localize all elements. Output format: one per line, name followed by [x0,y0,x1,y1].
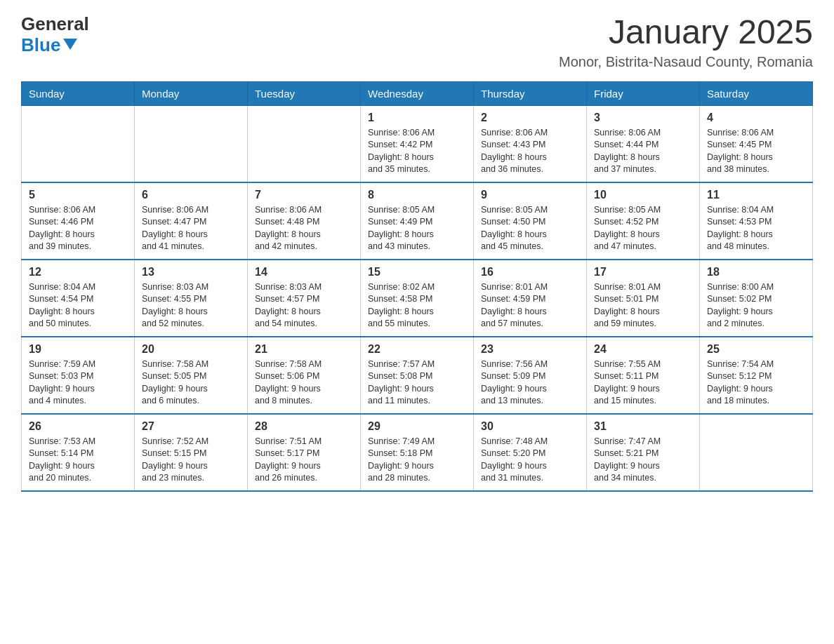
day-info: Sunrise: 7:57 AMSunset: 5:08 PMDaylight:… [368,358,466,408]
day-number: 16 [481,266,579,279]
day-info: Sunrise: 8:06 AMSunset: 4:42 PMDaylight:… [368,127,466,176]
day-header-wednesday: Wednesday [361,81,474,105]
day-info: Sunrise: 7:47 AMSunset: 5:21 PMDaylight:… [594,436,692,485]
day-number: 6 [142,189,240,201]
day-info: Sunrise: 8:05 AMSunset: 4:52 PMDaylight:… [594,204,692,253]
calendar-table: SundayMondayTuesdayWednesdayThursdayFrid… [21,81,813,492]
day-info: Sunrise: 8:06 AMSunset: 4:46 PMDaylight:… [29,204,127,253]
day-header-monday: Monday [135,81,248,105]
calendar-day-cell: 1Sunrise: 8:06 AMSunset: 4:42 PMDaylight… [361,105,474,182]
day-number: 27 [142,420,240,433]
calendar-day-cell [248,105,361,182]
day-info: Sunrise: 7:56 AMSunset: 5:09 PMDaylight:… [481,358,579,408]
calendar-day-cell: 15Sunrise: 8:02 AMSunset: 4:58 PMDayligh… [361,260,474,337]
calendar-week-row: 26Sunrise: 7:53 AMSunset: 5:14 PMDayligh… [22,414,813,491]
day-number: 11 [707,189,805,201]
day-number: 10 [594,189,692,201]
calendar-day-cell: 28Sunrise: 7:51 AMSunset: 5:17 PMDayligh… [248,414,361,491]
calendar-day-cell: 3Sunrise: 8:06 AMSunset: 4:44 PMDaylight… [587,105,700,182]
calendar-day-cell: 26Sunrise: 7:53 AMSunset: 5:14 PMDayligh… [22,414,135,491]
day-number: 26 [29,420,127,433]
title-area: January 2025 Monor, Bistrita-Nasaud Coun… [559,14,813,70]
day-number: 20 [142,343,240,356]
day-number: 13 [142,266,240,279]
day-info: Sunrise: 8:06 AMSunset: 4:45 PMDaylight:… [707,127,805,176]
calendar-day-cell: 17Sunrise: 8:01 AMSunset: 5:01 PMDayligh… [587,260,700,337]
calendar-day-cell: 30Sunrise: 7:48 AMSunset: 5:20 PMDayligh… [474,414,587,491]
calendar-day-cell: 8Sunrise: 8:05 AMSunset: 4:49 PMDaylight… [361,182,474,260]
day-info: Sunrise: 8:06 AMSunset: 4:48 PMDaylight:… [255,204,353,253]
day-number: 15 [368,266,466,279]
calendar-day-cell: 7Sunrise: 8:06 AMSunset: 4:48 PMDaylight… [248,182,361,260]
logo: General Blue [21,14,89,56]
calendar-day-cell: 11Sunrise: 8:04 AMSunset: 4:53 PMDayligh… [700,182,813,260]
day-info: Sunrise: 8:01 AMSunset: 4:59 PMDaylight:… [481,281,579,330]
day-header-thursday: Thursday [474,81,587,105]
calendar-day-cell: 5Sunrise: 8:06 AMSunset: 4:46 PMDaylight… [22,182,135,260]
day-info: Sunrise: 7:52 AMSunset: 5:15 PMDaylight:… [142,436,240,485]
logo-general-text: General [21,14,89,34]
day-info: Sunrise: 7:55 AMSunset: 5:11 PMDaylight:… [594,358,692,408]
month-title: January 2025 [559,14,813,51]
day-info: Sunrise: 8:03 AMSunset: 4:57 PMDaylight:… [255,281,353,330]
calendar-header-row: SundayMondayTuesdayWednesdayThursdayFrid… [22,81,813,105]
day-info: Sunrise: 8:00 AMSunset: 5:02 PMDaylight:… [707,281,805,330]
calendar-day-cell: 10Sunrise: 8:05 AMSunset: 4:52 PMDayligh… [587,182,700,260]
day-info: Sunrise: 8:05 AMSunset: 4:50 PMDaylight:… [481,204,579,253]
day-number: 21 [255,343,353,356]
calendar-day-cell: 29Sunrise: 7:49 AMSunset: 5:18 PMDayligh… [361,414,474,491]
calendar-day-cell: 23Sunrise: 7:56 AMSunset: 5:09 PMDayligh… [474,337,587,414]
calendar-week-row: 5Sunrise: 8:06 AMSunset: 4:46 PMDaylight… [22,182,813,260]
page-header: General Blue January 2025 Monor, Bistrit… [21,14,813,70]
day-number: 31 [594,420,692,433]
logo-triangle-icon [63,39,77,50]
calendar-day-cell: 22Sunrise: 7:57 AMSunset: 5:08 PMDayligh… [361,337,474,414]
day-info: Sunrise: 7:51 AMSunset: 5:17 PMDaylight:… [255,436,353,485]
day-number: 29 [368,420,466,433]
calendar-day-cell: 12Sunrise: 8:04 AMSunset: 4:54 PMDayligh… [22,260,135,337]
location-title: Monor, Bistrita-Nasaud County, Romania [559,54,813,70]
day-info: Sunrise: 7:59 AMSunset: 5:03 PMDaylight:… [29,358,127,408]
day-info: Sunrise: 7:54 AMSunset: 5:12 PMDaylight:… [707,358,805,408]
day-info: Sunrise: 8:02 AMSunset: 4:58 PMDaylight:… [368,281,466,330]
calendar-week-row: 1Sunrise: 8:06 AMSunset: 4:42 PMDaylight… [22,105,813,182]
day-number: 3 [594,112,692,124]
day-info: Sunrise: 8:04 AMSunset: 4:54 PMDaylight:… [29,281,127,330]
day-number: 9 [481,189,579,201]
day-info: Sunrise: 8:04 AMSunset: 4:53 PMDaylight:… [707,204,805,253]
day-info: Sunrise: 7:58 AMSunset: 5:06 PMDaylight:… [255,358,353,408]
calendar-day-cell: 18Sunrise: 8:00 AMSunset: 5:02 PMDayligh… [700,260,813,337]
calendar-day-cell [700,414,813,491]
day-number: 19 [29,343,127,356]
calendar-day-cell: 25Sunrise: 7:54 AMSunset: 5:12 PMDayligh… [700,337,813,414]
calendar-day-cell: 20Sunrise: 7:58 AMSunset: 5:05 PMDayligh… [135,337,248,414]
logo-blue-text: Blue [21,34,77,56]
calendar-day-cell: 6Sunrise: 8:06 AMSunset: 4:47 PMDaylight… [135,182,248,260]
day-info: Sunrise: 7:49 AMSunset: 5:18 PMDaylight:… [368,436,466,485]
calendar-week-row: 12Sunrise: 8:04 AMSunset: 4:54 PMDayligh… [22,260,813,337]
day-info: Sunrise: 8:06 AMSunset: 4:44 PMDaylight:… [594,127,692,176]
day-info: Sunrise: 8:06 AMSunset: 4:43 PMDaylight:… [481,127,579,176]
day-number: 17 [594,266,692,279]
calendar-day-cell: 24Sunrise: 7:55 AMSunset: 5:11 PMDayligh… [587,337,700,414]
day-number: 8 [368,189,466,201]
day-number: 22 [368,343,466,356]
day-number: 30 [481,420,579,433]
day-number: 5 [29,189,127,201]
calendar-day-cell: 16Sunrise: 8:01 AMSunset: 4:59 PMDayligh… [474,260,587,337]
day-info: Sunrise: 7:58 AMSunset: 5:05 PMDaylight:… [142,358,240,408]
calendar-day-cell: 13Sunrise: 8:03 AMSunset: 4:55 PMDayligh… [135,260,248,337]
day-number: 1 [368,112,466,124]
day-number: 28 [255,420,353,433]
day-header-friday: Friday [587,81,700,105]
day-info: Sunrise: 8:06 AMSunset: 4:47 PMDaylight:… [142,204,240,253]
calendar-day-cell [22,105,135,182]
day-number: 18 [707,266,805,279]
calendar-day-cell: 19Sunrise: 7:59 AMSunset: 5:03 PMDayligh… [22,337,135,414]
day-info: Sunrise: 8:03 AMSunset: 4:55 PMDaylight:… [142,281,240,330]
calendar-day-cell: 21Sunrise: 7:58 AMSunset: 5:06 PMDayligh… [248,337,361,414]
day-info: Sunrise: 7:48 AMSunset: 5:20 PMDaylight:… [481,436,579,485]
day-number: 14 [255,266,353,279]
calendar-day-cell [135,105,248,182]
calendar-week-row: 19Sunrise: 7:59 AMSunset: 5:03 PMDayligh… [22,337,813,414]
